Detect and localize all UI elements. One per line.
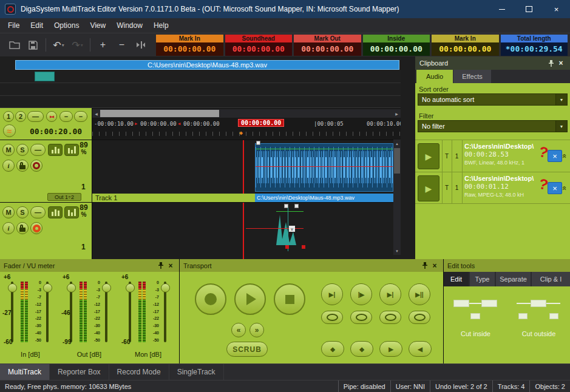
timeline-zoom-out-button[interactable]: − xyxy=(59,111,73,122)
timeline-zoom-in-button[interactable]: − xyxy=(74,111,87,122)
pin-button[interactable] xyxy=(420,262,430,269)
track-1-lock-button[interactable] xyxy=(16,160,29,172)
redo-button[interactable]: ↷▾ xyxy=(69,37,86,53)
pin-button[interactable] xyxy=(156,262,166,269)
overview-file-bar[interactable]: C:\Users\nin\Desktop\Maus-48.mp3.wav xyxy=(15,60,399,70)
cut-inside-tool[interactable]: Cut inside xyxy=(445,289,506,362)
maximize-button[interactable] xyxy=(515,0,543,18)
audio-clip[interactable] xyxy=(255,143,393,192)
filter-select[interactable]: No filter ▼ xyxy=(418,120,568,132)
entry-play-button[interactable]: ▶ xyxy=(418,143,439,169)
fader-handle[interactable] xyxy=(161,283,170,292)
play-from-mark-button[interactable]: |▶ xyxy=(350,283,372,305)
play-over-mark-button[interactable]: ▶| xyxy=(379,283,401,305)
clip-handle[interactable] xyxy=(256,141,260,145)
timeline-button-2[interactable]: 2 xyxy=(15,111,26,122)
close-button[interactable]: × xyxy=(543,0,570,18)
scroll-left-button[interactable]: ◀ xyxy=(92,109,100,118)
volume-envelope-line[interactable] xyxy=(256,149,393,149)
fader-handle[interactable] xyxy=(43,283,52,292)
edit-node[interactable] xyxy=(285,245,289,249)
wave-zoom-button[interactable]: ≈ xyxy=(3,124,16,137)
track-2-lock-button[interactable] xyxy=(16,222,29,234)
timeline-button-1[interactable]: 1 xyxy=(3,111,14,122)
remove-button[interactable]: − xyxy=(114,37,130,53)
track-1-meter-button[interactable] xyxy=(48,144,63,156)
fade-node[interactable]: v xyxy=(289,226,295,232)
add-button[interactable]: + xyxy=(95,37,111,53)
play-button[interactable] xyxy=(234,283,266,315)
cut-outside-tool[interactable]: Cut outside xyxy=(508,289,569,362)
step-forward-button[interactable]: » xyxy=(249,323,264,337)
tab-effects[interactable]: Effects xyxy=(453,70,491,83)
entry-play-button[interactable]: ▶ xyxy=(418,175,439,201)
tab-type[interactable]: Type xyxy=(470,272,495,286)
stop-button[interactable] xyxy=(274,283,305,315)
track-2-mute-button[interactable]: M xyxy=(2,206,15,218)
view-tab-singletrack[interactable]: SingleTrack xyxy=(169,364,224,380)
crossfade-button-2[interactable]: ◆ xyxy=(350,341,373,357)
menu-item-file[interactable]: File xyxy=(2,18,25,33)
tab-clip[interactable]: Clip & I xyxy=(532,272,570,286)
track-2-collapse-button[interactable]: — xyxy=(30,206,46,218)
scrub-button[interactable]: SCRUB xyxy=(226,342,268,357)
scroll-thumb[interactable] xyxy=(394,148,400,174)
tab-audio[interactable]: Audio xyxy=(416,70,453,83)
edit-node[interactable] xyxy=(302,245,305,249)
overview-clip[interactable] xyxy=(35,72,55,81)
scroll-down-button[interactable]: ▼ xyxy=(393,247,401,255)
timeline-ruler-area[interactable]: ◀ ▶ -00:00:10.00 ▶ 00:00:00.00 ◀ 00:00:0… xyxy=(92,108,401,140)
track-2-solo-button[interactable]: S xyxy=(16,206,29,218)
loop-button-3[interactable] xyxy=(379,311,401,324)
view-tab-reporter-box[interactable]: Reporter Box xyxy=(50,364,109,380)
crossfade-button-1[interactable]: ◆ xyxy=(321,341,344,357)
loop-button-1[interactable] xyxy=(321,311,343,324)
loop-button-2[interactable] xyxy=(350,311,372,324)
open-button[interactable] xyxy=(6,37,22,53)
scroll-right-button[interactable]: ▶ xyxy=(393,109,401,118)
fader-handle[interactable] xyxy=(8,283,17,292)
tab-separate[interactable]: Separate xyxy=(496,272,531,286)
clipboard-entry[interactable]: ▶ T 1 C:\Users\nin\Desktop\ 00:00:28.53 … xyxy=(415,140,570,172)
track-1-collapse-button[interactable]: — xyxy=(30,144,46,156)
close-panel-button[interactable]: × xyxy=(556,59,566,67)
timeline-collapse-button[interactable]: — xyxy=(27,111,44,122)
timeline-ruler[interactable]: -00:00:10.00 ▶ 00:00:00.00 ◀ 00:00:00.00… xyxy=(92,118,401,140)
track-1-lane[interactable]: Track 1 C:\Users\nin\Desktop\Maus-48.mp3… xyxy=(92,140,393,203)
collapse-chevrons-icon[interactable]: « xyxy=(560,186,569,189)
track-2-info-button[interactable]: i xyxy=(2,222,15,234)
record-button[interactable] xyxy=(195,283,226,315)
track-1-mute-button[interactable]: M xyxy=(2,144,15,156)
fader-handle[interactable] xyxy=(67,283,76,292)
menu-item-options[interactable]: Options xyxy=(49,18,84,33)
menu-item-edit[interactable]: Edit xyxy=(25,18,49,33)
playhead-marker[interactable]: ◆ xyxy=(239,129,243,136)
track-2-record-button[interactable] xyxy=(30,222,42,234)
collapse-chevrons-icon[interactable]: « xyxy=(560,154,569,157)
minimize-button[interactable] xyxy=(488,0,515,18)
menu-item-view[interactable]: View xyxy=(84,18,111,33)
tab-edit[interactable]: Edit xyxy=(444,272,469,286)
track-1-solo-button[interactable]: S xyxy=(16,144,29,156)
pan-envelope-line[interactable] xyxy=(256,166,393,167)
track-1-record-button[interactable] xyxy=(30,160,42,172)
pin-button[interactable] xyxy=(546,60,556,67)
fader-handle[interactable] xyxy=(126,283,135,292)
play-selection-button[interactable]: ▶|| xyxy=(409,283,430,305)
track-1-output-button[interactable]: Out 1÷2 xyxy=(47,193,81,201)
scroll-thumb[interactable] xyxy=(100,110,219,117)
timeline-h-scrollbar[interactable]: ◀ ▶ xyxy=(92,109,401,118)
track-2-lane[interactable]: v xyxy=(92,203,393,260)
view-tab-multitrack[interactable]: MultiTrack xyxy=(0,364,50,380)
sort-order-select[interactable]: No automatic sort ▼ xyxy=(418,93,568,106)
menu-item-window[interactable]: Window xyxy=(111,18,148,33)
close-panel-button[interactable]: × xyxy=(166,262,175,270)
scroll-up-button[interactable]: ▲ xyxy=(393,140,401,147)
track-v-scrollbar[interactable]: ▲ ▼ xyxy=(393,140,401,255)
view-tab-record-mode[interactable]: Record Mode xyxy=(109,364,169,380)
step-back-button[interactable]: « xyxy=(231,323,246,337)
track-1-info-button[interactable]: i xyxy=(2,160,15,172)
loop-button-4[interactable] xyxy=(409,311,430,324)
track-2-meter-button[interactable] xyxy=(48,206,63,218)
nudge-back-button[interactable]: ◀ xyxy=(409,341,432,357)
